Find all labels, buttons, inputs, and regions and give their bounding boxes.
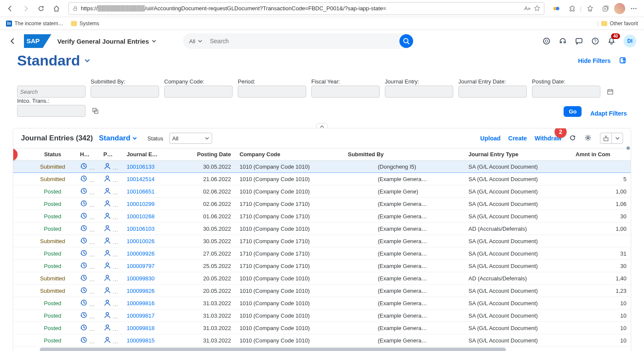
refresh-icon[interactable]	[34, 2, 48, 15]
person-icon[interactable]: …	[99, 235, 123, 247]
feedback-icon[interactable]	[575, 37, 583, 45]
export-menu-chevron[interactable]	[612, 133, 623, 143]
status-filter-select[interactable]: All	[169, 133, 212, 144]
person-icon[interactable]: …	[99, 260, 123, 272]
history-icon[interactable]: …	[76, 272, 99, 285]
go-button[interactable]: Go	[564, 106, 582, 117]
col-je-type[interactable]: Journal Entry Type	[464, 149, 571, 161]
history-icon[interactable]: …	[76, 223, 99, 235]
history-icon[interactable]: …	[76, 260, 99, 272]
person-icon[interactable]: …	[99, 285, 123, 297]
read-aloud-icon[interactable]: A»	[524, 5, 531, 12]
row-selector[interactable]	[13, 223, 30, 235]
back-icon[interactable]	[3, 2, 17, 15]
table-row[interactable]: Posted … …10010610330.05.20221010 (Compa…	[13, 223, 631, 235]
upload-button[interactable]: Upload	[480, 135, 500, 142]
history-icon[interactable]: …	[76, 322, 99, 334]
person-icon[interactable]: …	[99, 198, 123, 210]
cell-journal-entry[interactable]: 100106651	[122, 185, 177, 198]
cell-journal-entry[interactable]: 100010299	[122, 198, 177, 210]
bookmark-other-favorites[interactable]: Other favorit	[601, 21, 638, 27]
table-row[interactable]: Submitted … …10009983020.05.20221010 (Co…	[13, 272, 631, 285]
person-icon[interactable]: …	[99, 173, 123, 185]
person-icon[interactable]: …	[99, 247, 123, 260]
row-selector[interactable]	[13, 297, 30, 309]
person-icon[interactable]: …	[99, 309, 123, 322]
row-selector[interactable]	[13, 260, 30, 272]
copilot-shell-icon[interactable]	[542, 37, 551, 45]
notifications-icon[interactable]: 40	[607, 37, 616, 45]
person-icon[interactable]: …	[99, 322, 123, 334]
extensions-icon[interactable]	[565, 2, 579, 15]
app-title-dropdown[interactable]: Verify General Journal Entries	[57, 38, 157, 45]
export-icon[interactable]	[600, 133, 612, 143]
table-row[interactable]: Posted … …10001026801.06.20221710 (Compa…	[13, 210, 631, 223]
history-icon[interactable]: …	[76, 161, 99, 173]
row-selector[interactable]	[13, 210, 30, 223]
col-status[interactable]: Status	[30, 149, 76, 161]
hide-filters-link[interactable]: Hide Filters	[578, 57, 611, 64]
table-row[interactable]: Posted … …10009981631.03.20221010 (Compa…	[13, 297, 631, 309]
intco-input[interactable]	[20, 108, 92, 114]
row-selector[interactable]	[13, 322, 30, 334]
bookmark-systems[interactable]: Systems	[71, 21, 99, 27]
refresh-table-icon[interactable]	[569, 134, 577, 142]
col-submitted-by[interactable]: Submitted By	[344, 149, 464, 161]
table-row[interactable]: Posted … …10010665102.06.20221010 (Compa…	[13, 185, 631, 198]
value-help-icon[interactable]	[92, 107, 98, 115]
cell-journal-entry[interactable]: 100009926	[122, 247, 177, 260]
filter-search-input[interactable]	[20, 89, 92, 95]
cell-journal-entry[interactable]: 100106133	[122, 161, 177, 173]
col-amount[interactable]: Amnt in Com	[571, 149, 631, 161]
cell-journal-entry[interactable]: 100099818	[122, 322, 177, 334]
col-company-code[interactable]: Company Code	[235, 149, 343, 161]
je-date-input[interactable]	[461, 89, 534, 95]
table-row[interactable]: Submitted … …10010613330.05.20221010 (Co…	[13, 161, 631, 173]
cell-journal-entry[interactable]: 100142514	[122, 173, 177, 185]
shell-search-input[interactable]	[207, 38, 400, 45]
col-journal-entry[interactable]: Journal E…	[122, 149, 177, 161]
horizontal-scrollbar[interactable]	[40, 348, 506, 351]
home-icon[interactable]	[50, 2, 63, 15]
more-icon[interactable]	[627, 2, 641, 15]
row-selector[interactable]	[13, 198, 30, 210]
person-icon[interactable]: …	[99, 185, 123, 198]
posting-date-input[interactable]	[535, 89, 607, 95]
history-icon[interactable]: …	[76, 309, 99, 322]
cell-journal-entry[interactable]: 100010268	[122, 210, 177, 223]
cell-journal-entry[interactable]: 100010026	[122, 235, 177, 247]
person-icon[interactable]: …	[99, 334, 123, 347]
table-row[interactable]: Posted … …10009981731.03.20221010 (Compa…	[13, 309, 631, 322]
history-icon[interactable]: …	[76, 297, 99, 309]
user-avatar[interactable]: DI	[623, 35, 636, 48]
table-variant-selector[interactable]: Standard	[99, 134, 137, 143]
row-selector[interactable]	[13, 334, 30, 347]
table-row[interactable]: Submitted … …10001002630.05.20221710 (Co…	[13, 235, 631, 247]
row-selector[interactable]	[13, 272, 30, 285]
settings-icon[interactable]	[585, 134, 592, 142]
company-code-input[interactable]	[167, 89, 239, 95]
history-icon[interactable]: …	[76, 235, 99, 247]
col-p[interactable]: P…	[99, 149, 123, 161]
person-icon[interactable]: …	[99, 223, 123, 235]
create-button[interactable]: Create	[508, 135, 527, 142]
person-icon[interactable]: …	[99, 161, 123, 173]
export-button[interactable]	[600, 133, 623, 144]
cell-journal-entry[interactable]: 100099826	[122, 285, 177, 297]
row-selector[interactable]	[13, 235, 30, 247]
cell-journal-entry[interactable]: 100009797	[122, 260, 177, 272]
search-button[interactable]	[399, 34, 413, 48]
search-scope-dropdown[interactable]: All	[189, 38, 207, 45]
calendar-icon[interactable]	[607, 88, 613, 95]
address-bar[interactable]: https://████████████/ui#AccountingDocume…	[68, 2, 544, 15]
cell-journal-entry[interactable]: 100099816	[122, 297, 177, 309]
history-icon[interactable]: …	[76, 173, 99, 185]
person-icon[interactable]: …	[99, 210, 123, 223]
history-icon[interactable]: …	[76, 247, 99, 260]
row-selector[interactable]	[13, 309, 30, 322]
history-icon[interactable]: …	[76, 334, 99, 347]
col-posting-date[interactable]: Posting Date	[177, 149, 235, 161]
journal-entry-input[interactable]	[388, 89, 460, 95]
period-input[interactable]	[241, 89, 313, 95]
table-row[interactable]: Posted … …10009981831.03.20221010 (Compa…	[13, 322, 631, 334]
